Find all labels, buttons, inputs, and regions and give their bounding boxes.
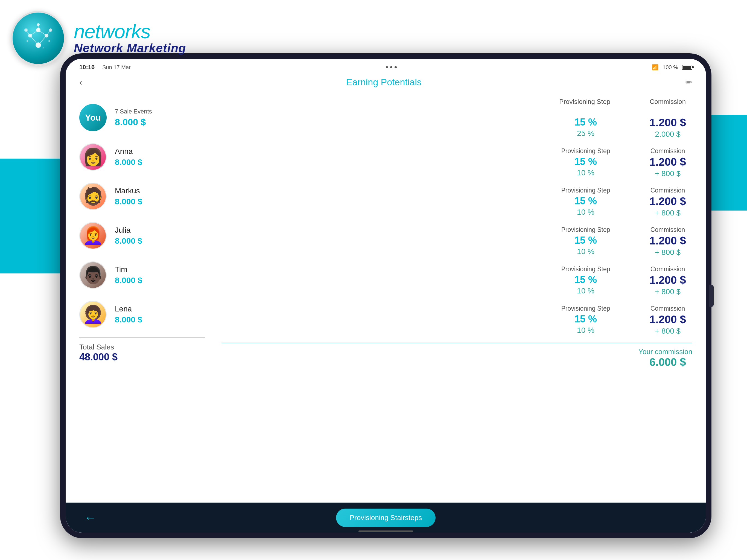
anna-info: Anna 8.000 $ [115, 147, 142, 167]
prov-main-0: 15 % [574, 117, 597, 128]
comm-col-2: Commission 1.200 $ + 800 $ [643, 187, 692, 218]
markus-amount: 8.000 $ [115, 197, 142, 206]
tim-info: Tim 8.000 $ [115, 265, 142, 285]
comm-col-3: Commission 1.200 $ + 800 $ [643, 226, 692, 257]
comm-col-4: Commission 1.200 $ + 800 $ [643, 265, 692, 296]
your-commission-label: Your commission [639, 348, 692, 356]
member-row-markus: 🧔 Markus 8.000 $ [79, 177, 205, 216]
comm-main-0: 1.200 $ [649, 117, 686, 129]
comm-sub-2: + 800 $ [655, 209, 680, 218]
commission-row-0: 15 % 25 % 1.200 $ 2.000 $ [222, 108, 692, 143]
comm-col-0: 1.200 $ 2.000 $ [643, 117, 692, 138]
prov-col-2: Provisioning Step 15 % 10 % [561, 187, 610, 217]
total-sales-label: Total Sales [79, 343, 205, 351]
app-logo: networks Network Marketing [11, 11, 186, 66]
svg-point-16 [43, 47, 44, 48]
markus-emoji: 🧔 [83, 188, 104, 205]
edit-button[interactable]: ✏ [686, 77, 692, 87]
comm-main-1: 1.200 $ [649, 156, 686, 168]
anna-name: Anna [115, 147, 142, 156]
comm-label-5: Commission [650, 305, 685, 312]
comm-col-1: Commission 1.200 $ + 800 $ [643, 147, 692, 178]
anna-avatar: 👩 [79, 143, 107, 171]
svg-line-12 [47, 30, 51, 35]
bottom-nav: ← Provisioning Stairsteps [66, 503, 706, 533]
svg-point-14 [48, 40, 50, 42]
comm-col-5: Commission 1.200 $ + 800 $ [643, 305, 692, 335]
total-commission-row: Your commission 6.000 $ [222, 342, 692, 368]
comm-label-4: Commission [650, 265, 685, 273]
prov-col-header: Provisioning Step [559, 98, 610, 105]
julia-emoji: 👩‍🦰 [83, 227, 104, 244]
comm-main-2: 1.200 $ [649, 195, 686, 207]
lena-emoji: 👩‍🦱 [83, 306, 104, 323]
svg-point-15 [27, 40, 28, 42]
prov-col-3: Provisioning Step 15 % 10 % [561, 226, 610, 256]
comm-label-2: Commission [650, 187, 685, 194]
prov-col-5: Provisioning Step 15 % 10 % [561, 305, 610, 335]
markus-info: Markus 8.000 $ [115, 186, 142, 206]
you-info: 7 Sale Events 8.000 $ [115, 108, 152, 127]
nav-title: Earning Potentials [346, 77, 422, 87]
bottom-back-button[interactable]: ← [82, 509, 98, 526]
provisioning-stairsteps-button[interactable]: Provisioning Stairsteps [336, 509, 436, 527]
prov-sub-2: 10 % [577, 208, 594, 217]
markus-avatar: 🧔 [79, 183, 107, 210]
comm-sub-3: + 800 $ [655, 248, 680, 257]
logo-circle [11, 11, 66, 66]
tim-avatar: 👨🏿 [79, 261, 107, 289]
anna-amount: 8.000 $ [115, 157, 142, 167]
your-commission-value: 6.000 $ [643, 356, 692, 368]
commission-header: Provisioning Step Commission [222, 98, 692, 105]
prov-sub-1: 10 % [577, 169, 594, 177]
commission-row-2: Provisioning Step 15 % 10 % Commission 1… [222, 182, 692, 222]
prov-main-1: 15 % [574, 156, 597, 167]
member-row-lena: 👩‍🦱 Lena 8.000 $ [79, 295, 205, 334]
comm-sub-1: + 800 $ [655, 169, 680, 178]
commission-row-5: Provisioning Step 15 % 10 % Commission 1… [222, 301, 692, 340]
lena-name: Lena [115, 305, 142, 313]
comm-sub-5: + 800 $ [655, 327, 680, 335]
bottom-back-arrow-icon[interactable]: ← [84, 511, 96, 525]
svg-line-10 [38, 30, 47, 35]
battery-percentage: 100 % [663, 64, 678, 71]
prov-label-1: Provisioning Step [561, 147, 610, 155]
prov-label-3: Provisioning Step [561, 226, 610, 233]
svg-line-7 [30, 35, 38, 45]
prov-sub-4: 10 % [577, 286, 594, 295]
prov-label-4: Provisioning Step [561, 265, 610, 273]
comm-main-4: 1.200 $ [649, 274, 686, 286]
logo-svg-icon [22, 22, 55, 55]
prov-label-5: Provisioning Step [561, 305, 610, 312]
status-dot-3 [394, 66, 397, 68]
commissions-panel: Provisioning Step Commission 15 % 25 % 1… [205, 98, 692, 503]
home-indicator [358, 531, 413, 532]
nav-back-button[interactable]: ‹ [79, 77, 82, 87]
you-avatar: You [79, 104, 107, 131]
logo-text: networks Network Marketing [74, 22, 186, 55]
comm-label-1: Commission [650, 147, 685, 155]
prov-col-4: Provisioning Step 15 % 10 % [561, 265, 610, 295]
lena-info: Lena 8.000 $ [115, 305, 142, 324]
prov-main-5: 15 % [574, 313, 597, 325]
comm-label-3: Commission [650, 226, 685, 233]
member-row-julia: 👩‍🦰 Julia 8.000 $ [79, 216, 205, 255]
bg-decoration-left [0, 159, 60, 274]
member-row-you: You 7 Sale Events 8.000 $ [79, 98, 205, 137]
total-sales-amount: 48.000 $ [79, 351, 205, 363]
tim-emoji: 👨🏿 [83, 266, 104, 284]
lena-amount: 8.000 $ [115, 315, 142, 324]
comm-sub-4: + 800 $ [655, 287, 680, 296]
member-row-anna: 👩 Anna 8.000 $ [79, 137, 205, 177]
commission-row-3: Provisioning Step 15 % 10 % Commission 1… [222, 222, 692, 261]
total-sales-row: Total Sales 48.000 $ [79, 337, 205, 363]
prov-label-2: Provisioning Step [561, 187, 610, 194]
tim-amount: 8.000 $ [115, 276, 142, 285]
prov-sub-3: 10 % [577, 247, 594, 256]
svg-line-8 [38, 35, 47, 45]
battery-icon [682, 65, 692, 70]
logo-app-name: networks [74, 22, 186, 41]
comm-main-3: 1.200 $ [649, 235, 686, 247]
prov-sub-5: 10 % [577, 326, 594, 335]
prov-col-0: 15 % 25 % [561, 117, 610, 138]
